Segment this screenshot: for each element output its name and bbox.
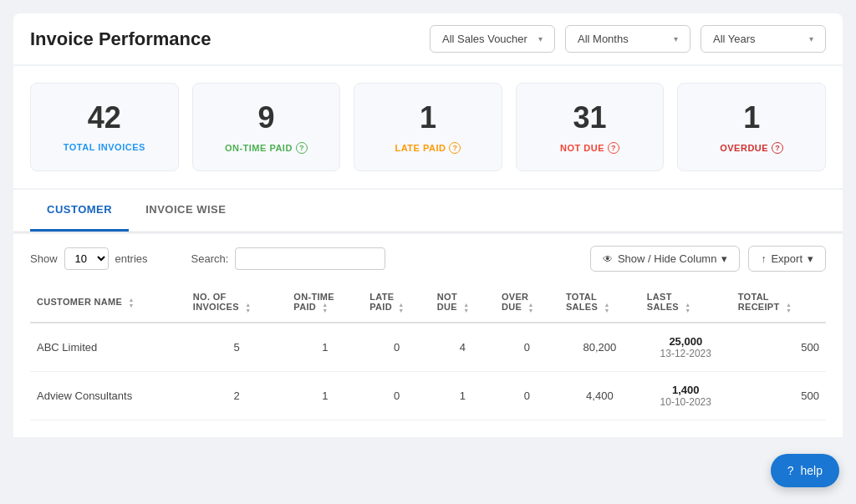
col-late-paid[interactable]: LATEPAID ▲▼ xyxy=(363,283,431,323)
stat-total-invoices: 42 TOTAL INVOICES xyxy=(30,83,179,171)
month-filter-label: All Months xyxy=(578,33,629,45)
voucher-filter[interactable]: All Sales Voucher ▾ xyxy=(430,25,555,53)
search-label: Search: xyxy=(191,252,229,265)
entries-select[interactable]: 10 25 50 xyxy=(64,247,109,270)
year-filter-label: All Years xyxy=(713,33,756,45)
table-controls: Show 10 25 50 entries Search: 👁 Show / H… xyxy=(13,234,843,283)
col-on-time-paid[interactable]: ON-TIMEPAID ▲▼ xyxy=(287,283,363,323)
voucher-chevron-icon: ▾ xyxy=(538,34,543,43)
table-row: ABC Limited 5 1 0 4 0 80,200 25,000 13-1… xyxy=(30,323,826,372)
on-time-paid-number: 9 xyxy=(206,100,327,135)
cell-no-invoices: 5 xyxy=(186,323,287,372)
cell-last-sales: 1,400 10-10-2023 xyxy=(640,372,731,420)
total-invoices-number: 42 xyxy=(44,100,165,135)
cell-not-due: 1 xyxy=(431,372,495,420)
show-entries-area: Show 10 25 50 entries xyxy=(30,247,148,270)
tab-invoice-wise[interactable]: INVOICE WISE xyxy=(129,190,242,232)
last-sales-amount: 1,400 xyxy=(647,384,725,396)
col-over-due[interactable]: OVERDUE ▲▼ xyxy=(495,283,559,323)
export-button[interactable]: ↑ Export ▾ xyxy=(748,246,826,272)
overdue-info-icon[interactable]: ? xyxy=(772,142,783,154)
col-no-invoices[interactable]: NO. OFINVOICES ▲▼ xyxy=(186,283,287,323)
cell-over-due: 0 xyxy=(495,323,559,372)
cell-total-sales: 4,400 xyxy=(559,372,640,420)
not-due-label: NOT DUE ? xyxy=(530,142,650,154)
cell-total-sales: 80,200 xyxy=(559,323,640,372)
cell-total-receipt: 500 xyxy=(731,323,826,372)
cell-customer-name: Adview Consultants xyxy=(30,372,186,420)
last-sales-date: 13-12-2023 xyxy=(647,348,725,359)
sort-icon-ontime: ▲▼ xyxy=(322,302,328,313)
export-chevron-icon: ▾ xyxy=(808,252,813,265)
sort-icon-invoices: ▲▼ xyxy=(245,302,251,313)
last-sales-amount: 25,000 xyxy=(647,335,725,348)
sort-icon-lastsales: ▲▼ xyxy=(685,302,690,313)
cell-no-invoices: 2 xyxy=(186,372,287,420)
cell-total-receipt: 500 xyxy=(731,372,826,420)
not-due-number: 31 xyxy=(530,100,650,135)
month-filter[interactable]: All Months ▾ xyxy=(565,25,690,53)
table-row: Adview Consultants 2 1 0 1 0 4,400 1,400… xyxy=(30,372,826,420)
cell-on-time-paid: 1 xyxy=(287,372,363,420)
sort-icon-late: ▲▼ xyxy=(398,302,404,313)
tabs-section: CUSTOMER INVOICE WISE xyxy=(13,190,843,232)
col-total-receipt[interactable]: TOTALRECEIPT ▲▼ xyxy=(731,283,826,323)
entries-label: entries xyxy=(115,252,148,265)
stat-late-paid: 1 LATE PAID ? xyxy=(354,83,502,171)
not-due-info-icon[interactable]: ? xyxy=(608,142,619,154)
page-title: Invoice Performance xyxy=(30,28,211,50)
sort-icon-customer: ▲▼ xyxy=(128,297,134,308)
col-not-due[interactable]: NOTDUE ▲▼ xyxy=(431,283,495,323)
search-input[interactable] xyxy=(235,247,385,270)
search-area: Search: xyxy=(191,247,386,270)
show-label: Show xyxy=(30,252,58,265)
export-icon: ↑ xyxy=(761,253,766,265)
eye-icon: 👁 xyxy=(603,253,613,265)
show-hide-chevron-icon: ▾ xyxy=(721,252,727,265)
col-customer-name[interactable]: CUSTOMER NAME ▲▼ xyxy=(30,283,186,323)
sort-icon-totalsales: ▲▼ xyxy=(604,302,609,313)
right-controls: 👁 Show / Hide Column ▾ ↑ Export ▾ xyxy=(590,246,826,272)
help-button[interactable]: ? help xyxy=(771,454,839,487)
stats-row: 42 TOTAL INVOICES 9 ON-TIME PAID ? 1 LAT… xyxy=(13,66,843,188)
cell-over-due: 0 xyxy=(495,372,559,420)
month-chevron-icon: ▾ xyxy=(674,34,678,43)
cell-last-sales: 25,000 13-12-2023 xyxy=(640,323,731,372)
late-paid-number: 1 xyxy=(368,100,488,135)
show-hide-column-button[interactable]: 👁 Show / Hide Column ▾ xyxy=(590,246,741,272)
table-header-row: CUSTOMER NAME ▲▼ NO. OFINVOICES ▲▼ ON-TI… xyxy=(30,283,826,323)
sort-icon-overdue: ▲▼ xyxy=(527,302,533,313)
late-paid-info-icon[interactable]: ? xyxy=(449,142,461,154)
late-paid-label: LATE PAID ? xyxy=(368,142,488,154)
tabs: CUSTOMER INVOICE WISE xyxy=(30,190,826,232)
overdue-label: OVERDUE ? xyxy=(691,142,812,154)
cell-customer-name: ABC Limited xyxy=(30,323,186,372)
year-chevron-icon: ▾ xyxy=(809,34,813,43)
sort-icon-totalreceipt: ▲▼ xyxy=(786,302,792,313)
on-time-paid-label: ON-TIME PAID ? xyxy=(206,142,327,154)
tab-customer[interactable]: CUSTOMER xyxy=(30,190,129,232)
header-filters: All Sales Voucher ▾ All Months ▾ All Yea… xyxy=(430,25,826,53)
table-wrapper: CUSTOMER NAME ▲▼ NO. OFINVOICES ▲▼ ON-TI… xyxy=(13,283,843,437)
col-total-sales[interactable]: TOTALSALES ▲▼ xyxy=(559,283,640,323)
voucher-filter-label: All Sales Voucher xyxy=(442,33,527,45)
cell-late-paid: 0 xyxy=(363,372,431,420)
sort-icon-notdue: ▲▼ xyxy=(463,302,469,313)
cell-on-time-paid: 1 xyxy=(287,323,363,372)
invoices-table: CUSTOMER NAME ▲▼ NO. OFINVOICES ▲▼ ON-TI… xyxy=(30,283,826,420)
cell-late-paid: 0 xyxy=(363,323,431,372)
last-sales-date: 10-10-2023 xyxy=(647,396,725,408)
stat-overdue: 1 OVERDUE ? xyxy=(677,83,826,171)
year-filter[interactable]: All Years ▾ xyxy=(701,25,826,53)
on-time-paid-info-icon[interactable]: ? xyxy=(296,142,308,154)
cell-not-due: 4 xyxy=(431,323,495,372)
total-invoices-label: TOTAL INVOICES xyxy=(44,142,165,152)
col-last-sales[interactable]: LASTSALES ▲▼ xyxy=(640,283,731,323)
help-icon: ? xyxy=(787,464,794,477)
stat-on-time-paid: 9 ON-TIME PAID ? xyxy=(192,83,341,171)
stat-not-due: 31 NOT DUE ? xyxy=(516,83,665,171)
overdue-number: 1 xyxy=(691,100,812,135)
